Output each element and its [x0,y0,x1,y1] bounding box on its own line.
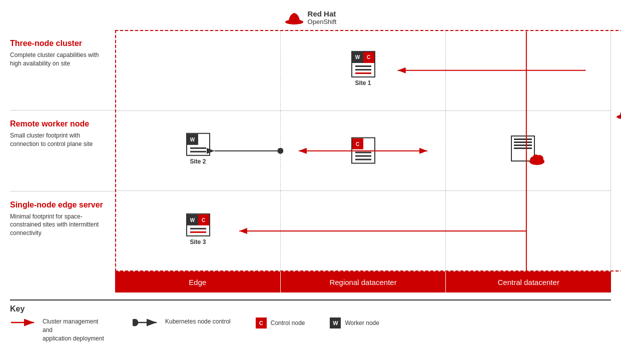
main-content: Three-node cluster Complete cluster capa… [10,30,611,292]
black-arrow-icon [133,318,160,326]
site2-worker-badge: W [187,134,198,145]
key-worker-badge: W [330,318,341,328]
diagram-col-3-row-1 [446,30,610,110]
black-arrow-svg [133,318,160,326]
site3-worker-badge: W [187,214,198,226]
redhat-openshift-logo: Red Hat OpenShift [285,10,337,26]
key-section: Key Cluster management andapplication de… [10,300,611,342]
key-items: Cluster management andapplication deploy… [10,318,611,342]
acm-hub-icon [511,136,546,166]
key-item-control-node: C Control node [256,318,305,328]
site3-label: Site 3 [186,238,210,246]
site2-label: Site 2 [186,158,210,165]
control-badge-row2: C [352,138,363,150]
site1-label: Site 1 [351,80,375,86]
site1-icon: W C Site 1 [351,51,375,86]
col-label-central: Central datacenter [446,272,611,292]
inner-grid: W C Site 1 [115,30,611,272]
diagram-col-2-row-3 [281,191,446,271]
diagram-row-1: W C Site 1 [116,30,610,111]
diagram-area: W C Site 1 [115,30,611,292]
col-label-regional: Regional datacenter [281,272,446,292]
diagram-row-2: W Site 2 [116,111,610,192]
label-bottom-spacer [10,272,115,292]
section-title-3: Single-node edge server [10,200,110,210]
label-row-1: Three-node cluster Complete cluster capa… [10,30,115,110]
key-item-worker-node: W Worker node [330,318,379,328]
key-label-k8s: Kubernetes node control [165,318,231,326]
col-label-edge: Edge [115,272,281,292]
key-title: Key [10,304,611,314]
diagram-col-3-row-2 [446,111,610,191]
acm-logo: Red Hat Advanced Cluster Management for … [616,106,621,138]
section-title-2: Remote worker node [10,120,110,128]
page-container: Red Hat OpenShift Three-node cluster Com… [0,0,621,348]
redhat-hat-icon [285,10,304,25]
control-node-row2: C [351,138,375,164]
section-desc-3: Minimal footprint for space-constrained … [10,212,110,238]
diagram-row-3: W C Site 3 [116,191,610,271]
red-arrow-svg [10,318,38,326]
section-title-1: Three-node cluster [10,39,110,48]
label-column: Three-node cluster Complete cluster capa… [10,30,115,292]
site1-control-badge: C [363,52,374,63]
section-desc-1: Complete cluster capabilities with high … [10,51,110,68]
key-label-worker: Worker node [345,320,379,326]
redhat-openshift-text: Red Hat OpenShift [308,10,337,26]
diagram-col-2-row-1: W C Site 1 [281,30,446,110]
header-area: Red Hat OpenShift [10,5,611,30]
label-row-2: Remote worker node Small cluster footpri… [10,110,115,191]
acm-hat-icon [616,106,621,120]
site1-worker-badge: W [352,52,363,63]
diagram-col-1-row-3: W C Site 3 [116,191,281,271]
key-label-control: Control node [271,320,305,326]
diagram-col-2-row-2: C [281,111,446,191]
diagram-col-3-row-3 [446,191,610,271]
key-item-cluster-mgmt: Cluster management andapplication deploy… [10,318,108,342]
key-item-k8s-control: Kubernetes node control [133,318,231,326]
site3-icon: W C Site 3 [186,214,210,246]
column-labels: Edge Regional datacenter Central datacen… [115,272,611,292]
key-control-badge: C [256,318,267,328]
svg-point-7 [532,154,539,162]
red-arrow-icon [10,318,38,326]
svg-point-1 [287,20,301,22]
diagram-col-1-row-2: W Site 2 [116,111,281,191]
cloud-svg [528,152,546,166]
brand-name: Red Hat [308,10,337,18]
key-label-cluster: Cluster management andapplication deploy… [43,318,108,342]
product-name: OpenShift [308,18,337,26]
diagram-col-1-row-1 [116,30,281,110]
label-row-3: Single-node edge server Minimal footprin… [10,192,115,272]
site2-icon: W Site 2 [186,133,210,165]
section-desc-2: Small cluster footprint with connection … [10,132,110,148]
site3-control-badge: C [198,214,209,226]
